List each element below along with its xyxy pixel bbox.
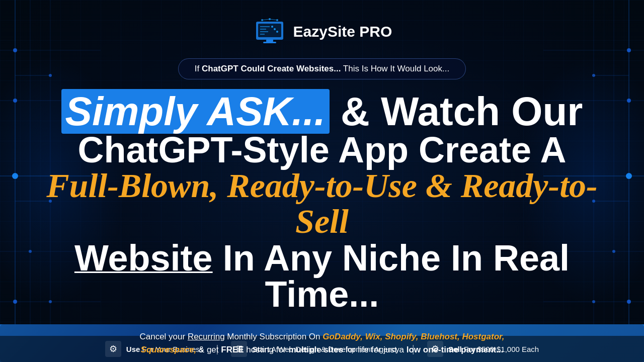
- website-word: Website: [74, 238, 213, 278]
- banner-multiple-sites: multiple sites: [288, 345, 343, 354]
- banner-recurring: Recurring: [188, 332, 225, 341]
- banner-text: Cancel your Recurring Monthly Subscripti…: [30, 330, 614, 356]
- logo-name-part1: EazySite: [293, 23, 355, 40]
- banner-suffix3: for life for just a: [343, 345, 407, 354]
- headline-line4: Website In Any Niche In Real Time...: [30, 240, 614, 312]
- svg-rect-37: [258, 24, 281, 37]
- banner-middle: Monthly Subscription On: [225, 332, 323, 341]
- banner-free: FREE: [221, 345, 244, 354]
- svg-line-50: [262, 19, 270, 20]
- svg-rect-46: [263, 42, 276, 43]
- svg-rect-45: [266, 40, 273, 42]
- watch-our-text: & Watch Our: [341, 89, 583, 134]
- tagline-suffix: This Is How It Would Look...: [341, 64, 449, 73]
- svg-line-51: [270, 19, 277, 20]
- logo-area: EazySite PRO: [252, 14, 392, 49]
- tagline-highlight: ChatGPT Could Create Websites...: [202, 64, 341, 73]
- logo-icon: [252, 14, 287, 49]
- headline-block: Simply ASK... & Watch Our ChatGPT-Style …: [0, 92, 644, 312]
- banner-brands: GoDaddy, Wix, Shopify, Bluehost, Hostgat…: [323, 332, 504, 341]
- headline-line3: Full-Blown, Ready-to-Use & Ready-to-Sell: [30, 168, 614, 240]
- headline-line1: Simply ASK... & Watch Our: [30, 92, 614, 132]
- banner-suffix1: & get: [196, 345, 221, 354]
- svg-point-43: [274, 28, 276, 30]
- banner-low-payment: low one-time payment...: [407, 345, 504, 354]
- svg-point-42: [271, 26, 273, 28]
- svg-point-44: [276, 31, 278, 33]
- banner-prefix: Cancel your: [139, 332, 187, 341]
- logo-name-part2: PRO: [359, 23, 392, 40]
- banner-suffix2: hosting for: [244, 345, 289, 354]
- headline-line4-suffix: In Any Niche In Real Time...: [213, 238, 570, 314]
- tagline-prefix: If: [195, 64, 202, 73]
- banner-squarespace: Squarespace,: [141, 345, 197, 354]
- logo-text: EazySite PRO: [293, 23, 392, 40]
- simply-ask-text: Simply ASK...: [61, 89, 330, 134]
- tagline-pill: If ChatGPT Could Create Websites... This…: [178, 58, 466, 79]
- headline-line2: ChatGPT-Style App Create A: [30, 132, 614, 168]
